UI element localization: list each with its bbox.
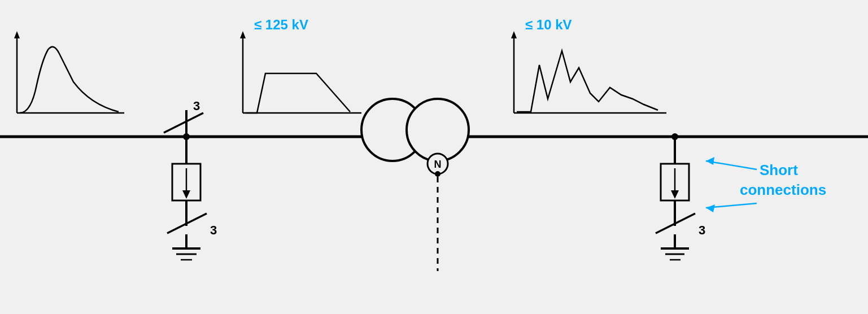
label-3-left-bottom: 3: [210, 223, 217, 237]
label-N: N: [434, 159, 442, 170]
label-connections: connections: [740, 181, 826, 198]
label-10kv: ≤ 10 kV: [525, 17, 572, 32]
label-3-left: 3: [193, 99, 200, 113]
svg-point-21: [435, 171, 440, 177]
label-125kv: ≤ 125 kV: [254, 17, 308, 32]
label-short: Short: [760, 162, 798, 178]
label-3-right-bottom: 3: [699, 223, 705, 237]
svg-point-19: [407, 99, 469, 161]
